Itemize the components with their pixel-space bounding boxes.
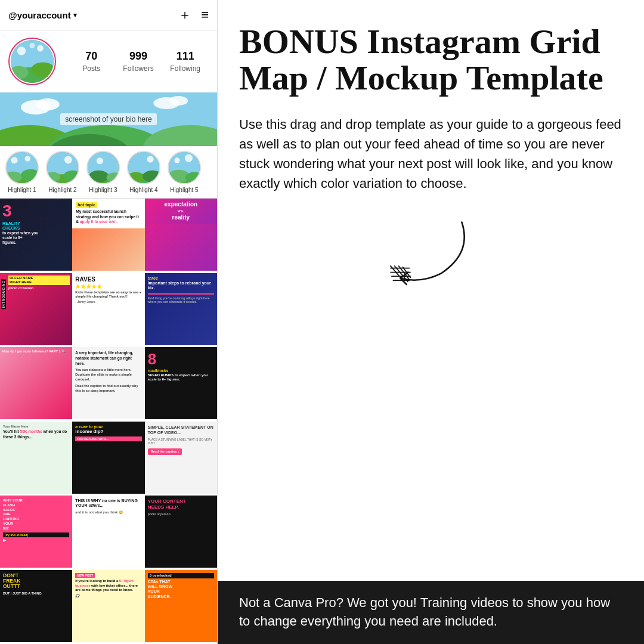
svg-point-21 — [25, 156, 30, 162]
highlight-5-label: Highlight 5 — [170, 187, 198, 193]
header-icons: ＋ ≡ — [178, 6, 209, 24]
highlight-1[interactable]: Highlight 1 — [4, 151, 41, 193]
grid-cell-11[interactable]: a cure to your income dip? FOR DEALING W… — [72, 422, 144, 494]
arrow-icon — [371, 217, 491, 289]
grid-cell-9[interactable]: 8 roadblocks SPEED BUMPS to expect when … — [145, 347, 217, 419]
grid-cell-7[interactable]: How do I get more followers? PART 1 🔍 — [0, 347, 72, 419]
following-count: 111 — [162, 50, 209, 63]
right-content: BONUS Instagram Grid Map / Mockup Templa… — [218, 0, 644, 581]
highlight-1-label: Highlight 1 — [8, 187, 36, 193]
svg-point-5 — [37, 45, 44, 52]
grid-cell-5[interactable]: RAVES ★★★★★ Katie these templates are so… — [72, 273, 144, 345]
chevron-down-icon: ▾ — [73, 11, 77, 19]
grid-cell-1[interactable]: 3 REALITYCHECKS to expect when youscale … — [0, 199, 72, 271]
grid-cell-2[interactable]: hot topic My most successful launch stra… — [72, 199, 144, 271]
username-area[interactable]: @youraccount ▾ — [8, 10, 77, 20]
svg-point-20 — [11, 157, 17, 163]
svg-point-26 — [64, 156, 72, 164]
highlight-4[interactable]: Highlight 4 — [125, 151, 162, 193]
following-stat: 111 Following — [162, 50, 209, 73]
grid-cell-17[interactable]: NEW POST If you're looking to build a 6+… — [72, 570, 144, 642]
highlights-row: Highlight 1 Highlight 2 — [0, 146, 217, 199]
followers-count: 999 — [115, 50, 162, 63]
grid-cell-16[interactable]: DON'TFREAKOUTTT BUT I JUST DID A THING — [0, 570, 72, 642]
bio-placeholder-text: screenshot of your bio here — [60, 113, 156, 125]
svg-point-11 — [169, 96, 188, 106]
arrow-area — [239, 217, 623, 289]
left-panel: @youraccount ▾ ＋ ≡ 70 — [0, 0, 218, 644]
add-post-icon[interactable]: ＋ — [178, 6, 191, 24]
svg-point-29 — [89, 171, 109, 182]
svg-point-3 — [31, 62, 54, 77]
grid-cell-13[interactable]: WHY YOURFLASHSALESAREHURTINGYOURBIZ (try… — [0, 496, 72, 568]
svg-point-4 — [17, 47, 26, 55]
right-panel: BONUS Instagram Grid Map / Mockup Templa… — [218, 0, 644, 644]
grid-cell-8[interactable]: A very important, life changing, notable… — [72, 347, 144, 419]
svg-point-36 — [147, 156, 154, 163]
highlight-3-label: Highlight 3 — [89, 187, 117, 193]
main-description: Use this drag and drop template as your … — [239, 114, 623, 193]
grid-cell-12[interactable]: SIMPLE, CLEAR STATEMENT ON TOP OF VIDEO.… — [145, 422, 217, 494]
username-text: @youraccount — [8, 10, 71, 20]
bottom-bar-text: Not a Canva Pro? We got you! Training vi… — [239, 594, 623, 631]
grid-cell-15[interactable]: YOUR CONTENTNEEDS HELP. photo of person — [145, 496, 217, 568]
menu-icon[interactable]: ≡ — [201, 7, 209, 23]
ig-header: @youraccount ▾ ＋ ≡ — [0, 0, 217, 30]
following-label: Following — [170, 64, 200, 73]
grid-cell-4[interactable]: INTRODUCING OFFER NAMERIGHT HERE photo o… — [0, 273, 72, 345]
posts-stat: 70 Posts — [68, 50, 115, 73]
svg-point-41 — [174, 157, 179, 163]
grid-cell-10[interactable]: Your Name Here You'll hit 50K months whe… — [0, 422, 72, 494]
post-grid: 3 REALITYCHECKS to expect when youscale … — [0, 199, 217, 644]
profile-stats: 70 Posts 999 Followers 111 Following — [0, 30, 217, 92]
bio-banner: screenshot of your bio here — [0, 92, 217, 146]
followers-label: Followers — [123, 64, 153, 73]
highlight-2[interactable]: Highlight 2 — [44, 151, 81, 193]
bottom-bar: Not a Canva Pro? We got you! Training vi… — [218, 581, 644, 644]
highlight-4-label: Highlight 4 — [129, 187, 157, 193]
followers-stat: 999 Followers — [115, 50, 162, 73]
highlight-3[interactable]: Highlight 3 — [85, 151, 122, 193]
grid-cell-6[interactable]: three Important steps to rebrand your bi… — [145, 273, 217, 345]
svg-point-31 — [97, 157, 103, 164]
highlight-5[interactable]: Highlight 5 — [166, 151, 203, 193]
svg-point-6 — [30, 43, 35, 48]
grid-cell-3[interactable]: expectation vs. reality — [145, 199, 217, 271]
highlight-2-label: Highlight 2 — [48, 187, 76, 193]
svg-point-42 — [185, 154, 193, 162]
posts-count: 70 — [68, 50, 115, 63]
posts-label: Posts — [82, 64, 100, 73]
grid-cell-14[interactable]: THIS IS WHY no one is BUYING YOUR offers… — [72, 496, 144, 568]
svg-point-9 — [36, 98, 60, 110]
avatar[interactable] — [8, 38, 56, 85]
grid-cell-18[interactable]: 5 overlooked CTAs THATWILL GROWYOURAUDIE… — [145, 570, 217, 642]
main-title: BONUS Instagram Grid Map / Mockup Templa… — [239, 24, 623, 97]
